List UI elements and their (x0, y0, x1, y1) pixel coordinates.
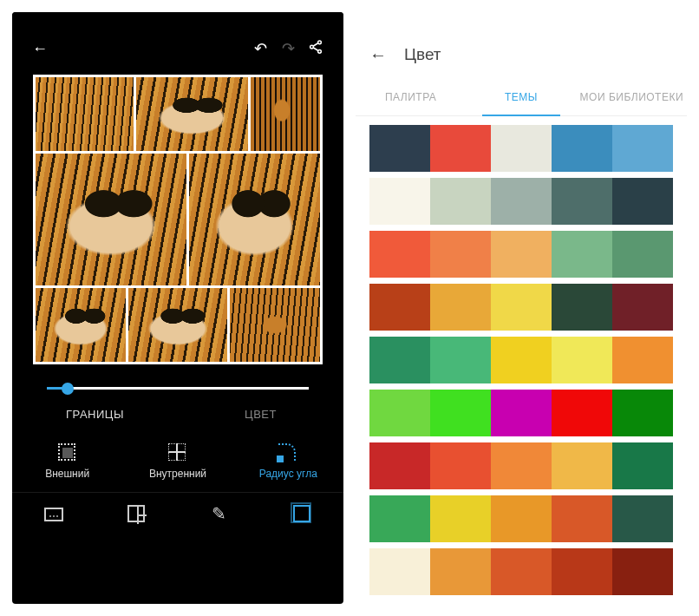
color-swatch[interactable] (552, 390, 612, 436)
option-label: Внешний (45, 468, 89, 480)
color-swatch[interactable] (369, 442, 430, 489)
color-swatch[interactable] (552, 548, 612, 595)
border-options: Внешний Внутренний Радиус угла (12, 431, 343, 492)
nav-frames[interactable] (261, 493, 344, 534)
back-icon[interactable]: ← (369, 45, 387, 65)
color-swatch[interactable] (491, 125, 552, 172)
theme-row[interactable] (369, 231, 673, 278)
theme-row[interactable] (369, 442, 673, 489)
color-swatch[interactable] (369, 125, 430, 172)
color-swatch[interactable] (552, 231, 612, 278)
collage-cell[interactable] (230, 288, 320, 362)
bottom-nav: ✎ (12, 492, 343, 534)
color-swatch[interactable] (430, 390, 491, 436)
theme-row[interactable] (369, 337, 673, 383)
redo-icon[interactable]: ↷ (274, 39, 302, 58)
color-swatch[interactable] (612, 495, 673, 542)
color-swatch[interactable] (612, 337, 673, 383)
color-swatch[interactable] (369, 337, 430, 383)
color-swatch[interactable] (369, 495, 430, 542)
slider-thumb[interactable] (62, 383, 74, 395)
mid-tabs: ГРАНИЦЫ ЦВЕТ (12, 396, 343, 431)
tab-themes[interactable]: ТЕМЫ (466, 78, 576, 115)
color-swatch[interactable] (552, 442, 612, 489)
outer-border-icon (58, 443, 75, 461)
color-swatch[interactable] (612, 548, 673, 595)
color-swatch[interactable] (369, 178, 430, 225)
theme-row[interactable] (369, 548, 673, 595)
border-slider[interactable] (12, 368, 343, 396)
color-swatch[interactable] (369, 284, 430, 331)
color-swatch[interactable] (491, 495, 552, 542)
color-swatch[interactable] (430, 284, 491, 331)
nav-edit[interactable]: ✎ (178, 493, 261, 534)
collage-cell-selected[interactable] (36, 288, 126, 362)
theme-row[interactable] (369, 495, 673, 542)
tab-libraries[interactable]: МОИ БИБЛИОТЕКИ (577, 78, 687, 115)
color-swatch[interactable] (369, 548, 430, 595)
svg-line-4 (313, 47, 318, 50)
collage-cell[interactable] (136, 77, 248, 151)
color-swatch[interactable] (430, 231, 491, 278)
color-swatch[interactable] (612, 178, 673, 225)
nav-layout[interactable] (95, 493, 179, 534)
color-swatch[interactable] (430, 442, 491, 489)
color-swatch[interactable] (369, 390, 430, 436)
tab-palette[interactable]: ПАЛИТРА (356, 78, 466, 115)
back-icon[interactable]: ← (26, 40, 54, 58)
color-swatch[interactable] (430, 548, 491, 595)
tab-color[interactable]: ЦВЕТ (178, 396, 343, 431)
color-swatch[interactable] (612, 231, 673, 278)
color-swatch[interactable] (430, 125, 491, 172)
color-swatch[interactable] (552, 495, 612, 542)
page-title: Цвет (404, 45, 441, 64)
color-swatch[interactable] (612, 390, 673, 436)
color-swatch[interactable] (491, 231, 552, 278)
theme-row[interactable] (369, 284, 673, 331)
color-swatch[interactable] (491, 390, 552, 436)
collage-cell[interactable] (36, 154, 186, 285)
inner-border-icon (168, 443, 186, 461)
collage (33, 75, 323, 364)
option-label: Радиус угла (259, 468, 317, 480)
share-icon[interactable] (302, 39, 330, 59)
nav-aspect[interactable] (12, 493, 95, 534)
corner-radius-icon (278, 443, 296, 461)
color-swatch[interactable] (430, 178, 491, 225)
collage-canvas[interactable] (12, 68, 343, 368)
option-inner[interactable]: Внутренний (122, 435, 232, 488)
color-swatch[interactable] (430, 337, 491, 383)
theme-row[interactable] (369, 390, 673, 436)
color-swatch[interactable] (612, 125, 673, 172)
color-swatch[interactable] (491, 548, 552, 595)
collage-cell[interactable] (128, 288, 227, 362)
top-toolbar: ← Цвет (356, 31, 687, 78)
option-radius[interactable]: Радиус угла (233, 435, 343, 488)
tab-borders[interactable]: ГРАНИЦЫ (12, 396, 178, 431)
frames-icon (293, 505, 310, 522)
color-swatch[interactable] (369, 231, 430, 278)
svg-line-3 (313, 43, 318, 46)
top-toolbar: ← ↶ ↷ (12, 29, 343, 68)
color-swatch[interactable] (552, 284, 612, 331)
color-swatch[interactable] (491, 284, 552, 331)
theme-row[interactable] (369, 125, 673, 172)
color-swatch[interactable] (552, 125, 612, 172)
status-bar (356, 12, 687, 31)
color-swatch[interactable] (491, 337, 552, 383)
collage-cell[interactable] (36, 77, 134, 151)
option-outer[interactable]: Внешний (12, 435, 122, 488)
color-swatch[interactable] (552, 178, 612, 225)
color-screen: ← Цвет ПАЛИТРА ТЕМЫ МОИ БИБЛИОТЕКИ (356, 12, 687, 604)
color-swatch[interactable] (612, 442, 673, 489)
color-swatch[interactable] (612, 284, 673, 331)
theme-row[interactable] (369, 178, 673, 225)
color-swatch[interactable] (491, 442, 552, 489)
collage-cell[interactable] (189, 154, 320, 285)
color-swatch[interactable] (430, 495, 491, 542)
undo-icon[interactable]: ↶ (246, 39, 274, 58)
color-swatch[interactable] (491, 178, 552, 225)
themes-list[interactable] (356, 116, 687, 604)
color-swatch[interactable] (552, 337, 612, 383)
collage-cell[interactable] (251, 77, 321, 151)
